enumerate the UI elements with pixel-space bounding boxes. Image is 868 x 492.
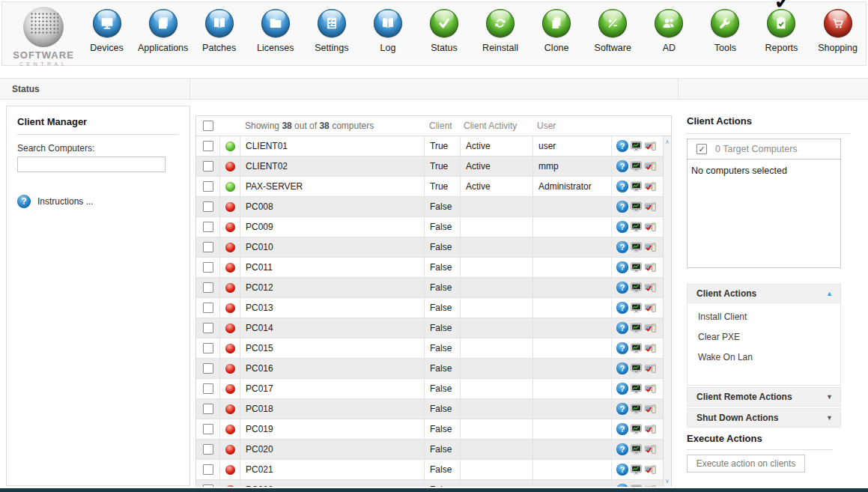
client-software-icon[interactable]: [644, 484, 657, 488]
remote-desktop-icon[interactable]: [630, 241, 643, 254]
toolbar-item-ad[interactable]: AD: [641, 6, 697, 65]
help-icon[interactable]: ?: [616, 180, 628, 192]
remote-desktop-icon[interactable]: [630, 464, 643, 476]
row-checkbox[interactable]: [203, 201, 213, 212]
table-row[interactable]: PC022 False ?: [196, 480, 663, 487]
table-row[interactable]: PC015 False ?: [196, 338, 663, 359]
instructions-link[interactable]: ? Instructions ...: [17, 195, 94, 208]
remote-desktop-icon[interactable]: [630, 484, 643, 488]
client-software-icon[interactable]: [644, 160, 657, 173]
row-checkbox[interactable]: [203, 404, 213, 414]
action-item-clear-pxe[interactable]: Clear PXE: [688, 327, 840, 347]
toolbar-item-applications[interactable]: Applications: [135, 6, 191, 65]
toolbar-item-devices[interactable]: Devices: [79, 6, 135, 65]
client-software-icon[interactable]: [644, 383, 657, 395]
table-scrollbar[interactable]: ∧ ∨: [663, 136, 671, 487]
toolbar-item-status[interactable]: Status: [416, 6, 472, 65]
table-row[interactable]: PC018 False ?: [196, 399, 663, 419]
row-checkbox[interactable]: [203, 161, 213, 171]
help-icon[interactable]: ?: [616, 261, 628, 273]
toolbar-item-reports[interactable]: Reports: [753, 6, 810, 65]
client-software-icon[interactable]: [644, 322, 657, 335]
table-row[interactable]: PC010 False ?: [196, 237, 663, 258]
help-icon[interactable]: ?: [616, 160, 628, 172]
help-icon[interactable]: ?: [616, 282, 628, 294]
table-row[interactable]: PC011 False ?: [196, 258, 663, 278]
remote-desktop-icon[interactable]: [630, 201, 643, 213]
row-checkbox[interactable]: [203, 303, 213, 313]
target-computers-checkbox[interactable]: ✓: [696, 144, 707, 154]
action-item-wake-on-lan[interactable]: Wake On Lan: [688, 347, 840, 367]
row-checkbox[interactable]: [203, 464, 213, 475]
help-icon[interactable]: ?: [616, 201, 628, 213]
client-software-icon[interactable]: [644, 221, 657, 234]
remote-desktop-icon[interactable]: [630, 221, 643, 234]
table-row[interactable]: CLIENT01 True Active user ?: [196, 136, 663, 157]
client-software-icon[interactable]: [644, 282, 657, 294]
remote-desktop-icon[interactable]: [630, 342, 643, 355]
client-software-icon[interactable]: [644, 241, 657, 254]
client-software-icon[interactable]: [644, 423, 657, 436]
client-software-icon[interactable]: [644, 201, 657, 213]
search-computers-input[interactable]: [17, 157, 166, 172]
action-item-install-client[interactable]: Install Client: [688, 306, 840, 327]
row-checkbox[interactable]: [203, 343, 213, 353]
help-icon[interactable]: ?: [616, 342, 628, 354]
client-software-icon[interactable]: [644, 140, 657, 153]
row-checkbox[interactable]: [203, 242, 213, 252]
row-checkbox[interactable]: [203, 363, 213, 374]
client-software-icon[interactable]: [644, 464, 657, 476]
remote-desktop-icon[interactable]: [630, 362, 643, 375]
help-icon[interactable]: ?: [616, 423, 628, 435]
client-software-icon[interactable]: [644, 342, 657, 355]
accordion-header-client-actions[interactable]: Client Actions ▲: [687, 284, 841, 303]
row-checkbox[interactable]: [203, 282, 213, 293]
row-checkbox[interactable]: [203, 323, 213, 333]
toolbar-item-reinstall[interactable]: Reinstall: [473, 6, 529, 65]
client-software-icon[interactable]: [644, 302, 657, 315]
row-checkbox[interactable]: [203, 222, 213, 232]
help-icon[interactable]: ?: [616, 403, 628, 415]
remote-desktop-icon[interactable]: [630, 443, 643, 456]
row-checkbox[interactable]: [203, 444, 213, 455]
remote-desktop-icon[interactable]: [630, 160, 643, 173]
remote-desktop-icon[interactable]: [630, 423, 643, 436]
remote-desktop-icon[interactable]: [630, 403, 643, 416]
scroll-down-icon[interactable]: ∨: [664, 478, 671, 485]
table-row[interactable]: PAX-SERVER True Active Administrator ?: [196, 177, 663, 197]
help-icon[interactable]: ?: [616, 302, 628, 314]
toolbar-item-clone[interactable]: Clone: [529, 6, 585, 65]
table-row[interactable]: PC017 False ?: [196, 379, 663, 399]
remote-desktop-icon[interactable]: [630, 322, 643, 335]
help-icon[interactable]: ?: [616, 362, 628, 374]
toolbar-item-shopping[interactable]: Shopping: [810, 6, 866, 65]
table-row[interactable]: PC009 False ?: [196, 217, 663, 237]
remote-desktop-icon[interactable]: [630, 180, 643, 193]
table-row[interactable]: PC016 False ?: [196, 359, 663, 379]
accordion-header-client-remote-actions[interactable]: Client Remote Actions ▼: [687, 387, 841, 407]
select-all-checkbox[interactable]: [203, 121, 213, 131]
table-row[interactable]: PC014 False ?: [196, 318, 663, 338]
help-icon[interactable]: ?: [616, 464, 628, 476]
remote-desktop-icon[interactable]: [630, 383, 643, 395]
table-row[interactable]: PC021 False ?: [196, 460, 663, 480]
toolbar-item-log[interactable]: Log: [359, 6, 416, 65]
scroll-up-icon[interactable]: ∧: [664, 139, 671, 145]
row-checkbox[interactable]: [203, 262, 213, 273]
remote-desktop-icon[interactable]: [630, 140, 643, 153]
client-software-icon[interactable]: [644, 362, 657, 375]
remote-desktop-icon[interactable]: [630, 302, 643, 315]
table-row[interactable]: PC019 False ?: [196, 419, 663, 440]
execute-action-button[interactable]: Execute action on clients: [687, 455, 805, 473]
table-row[interactable]: PC008 False ?: [196, 197, 663, 217]
table-row[interactable]: PC020 False ?: [196, 440, 663, 460]
help-icon[interactable]: ?: [616, 221, 628, 233]
client-software-icon[interactable]: [644, 403, 657, 416]
accordion-header-shut-down-actions[interactable]: Shut Down Actions ▼: [687, 408, 841, 428]
toolbar-item-software[interactable]: Software: [585, 6, 641, 65]
help-icon[interactable]: ?: [616, 383, 628, 395]
row-checkbox[interactable]: [203, 424, 213, 434]
help-icon[interactable]: ?: [616, 140, 628, 152]
toolbar-item-patches[interactable]: Patches: [191, 6, 247, 65]
client-software-icon[interactable]: [644, 180, 657, 193]
